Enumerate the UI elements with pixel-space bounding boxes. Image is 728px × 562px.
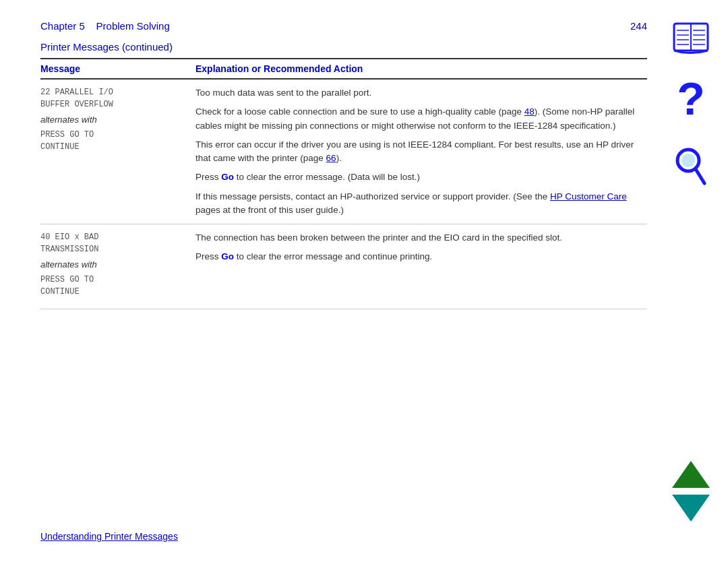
question-icon[interactable]: ?	[675, 80, 707, 125]
explanation-p3: This error can occur if the driver you a…	[195, 138, 647, 166]
message-cell-2: 40 EIO x BADTRANSMISSION alternates with…	[40, 231, 195, 302]
press-code-2: PRESS GO TOCONTINUE	[40, 274, 182, 298]
alternates-with-1: alternates with	[40, 115, 182, 125]
explanation-p5: If this message persists, contact an HP-…	[195, 190, 647, 218]
explanation-cell-2: The connection has been broken between t…	[195, 231, 647, 302]
col-explanation-header: Explanation or Recommended Action	[195, 63, 647, 74]
explanation-p4: Press Go to clear the error message. (Da…	[195, 170, 647, 184]
table-row: 22 PARALLEL I/OBUFFER OVERFLOW alternate…	[40, 80, 647, 224]
press-code-1: PRESS GO TOCONTINUE	[40, 129, 182, 153]
link-page48[interactable]: 48	[524, 106, 535, 117]
section-title: Printer Messages (continued)	[40, 41, 647, 53]
chapter-name: Problem Solving	[96, 20, 170, 32]
arrow-up-button[interactable]	[672, 461, 710, 488]
explanation-p2: Check for a loose cable connection and b…	[195, 105, 647, 133]
chapter-number: Chapter 5	[40, 20, 85, 32]
understanding-printer-messages-link[interactable]: Understanding Printer Messages	[40, 531, 178, 542]
go-text-1: Go	[221, 172, 234, 182]
svg-line-13	[696, 169, 704, 183]
link-hp-customer-care[interactable]: HP Customer Care	[550, 191, 627, 201]
link-page66[interactable]: 66	[326, 153, 336, 163]
explanation-p6: The connection has been broken between t…	[195, 231, 647, 245]
messages-table: Message Explanation or Recommended Actio…	[40, 58, 647, 309]
page-header: Chapter 5 Problem Solving 244	[40, 20, 647, 32]
svg-text:?: ?	[677, 80, 705, 123]
page-number: 244	[630, 20, 647, 32]
explanation-cell-1: Too much data was sent to the parallel p…	[195, 86, 647, 217]
sidebar-icons: ?	[667, 20, 715, 189]
col-message-header: Message	[40, 63, 195, 74]
footer-link[interactable]: Understanding Printer Messages	[40, 531, 178, 542]
explanation-p1: Too much data was sent to the parallel p…	[195, 86, 647, 100]
search-icon[interactable]	[673, 146, 708, 189]
arrow-down-button[interactable]	[672, 495, 710, 522]
explanation-p7: Press Go to clear the error message and …	[195, 250, 647, 263]
svg-point-12	[681, 154, 695, 167]
message-cell-1: 22 PARALLEL I/OBUFFER OVERFLOW alternate…	[40, 86, 195, 217]
message-code-2: 40 EIO x BADTRANSMISSION	[40, 231, 182, 255]
message-code-1: 22 PARALLEL I/OBUFFER OVERFLOW	[40, 86, 182, 111]
table-header: Message Explanation or Recommended Actio…	[40, 58, 647, 80]
chapter-title: Chapter 5 Problem Solving	[40, 20, 170, 32]
alternates-with-2: alternates with	[40, 259, 182, 270]
navigation-icons	[667, 461, 715, 522]
table-row: 40 EIO x BADTRANSMISSION alternates with…	[40, 224, 647, 309]
go-text-2: Go	[221, 251, 234, 261]
book-icon[interactable]	[670, 20, 712, 59]
